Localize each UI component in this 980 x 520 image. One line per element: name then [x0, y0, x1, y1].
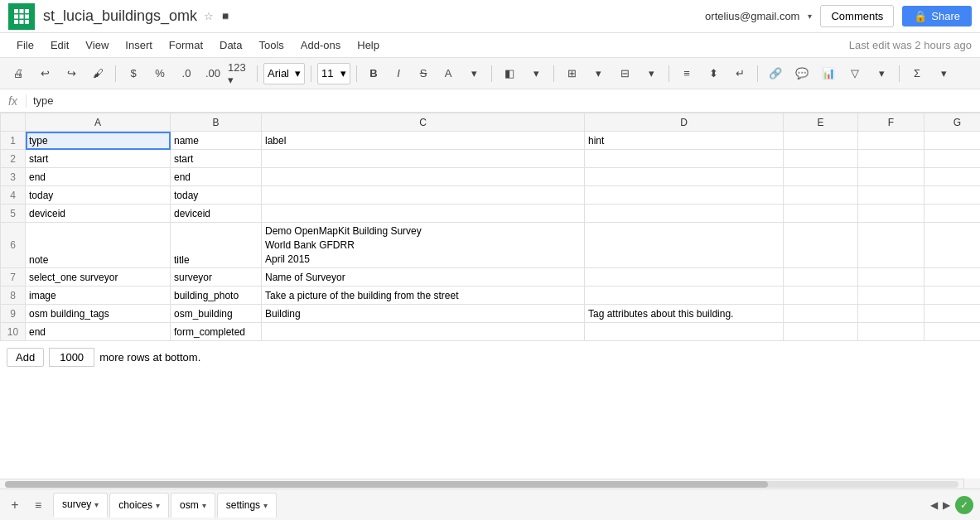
fill-color-btn[interactable]: ◧: [498, 62, 521, 85]
cell-6-f[interactable]: [858, 223, 924, 268]
undo-icon[interactable]: ↩: [33, 62, 56, 85]
share-button[interactable]: 🔒 Share: [902, 6, 972, 26]
cell-9-f[interactable]: [858, 305, 924, 323]
tab-dropdown-icon[interactable]: ▾: [202, 501, 206, 510]
scrollbar-track[interactable]: [5, 481, 958, 488]
cell-4-f[interactable]: [858, 186, 924, 205]
menu-file[interactable]: File: [8, 36, 42, 55]
cell-5-d[interactable]: [585, 205, 784, 223]
cell-8-a[interactable]: image: [26, 286, 171, 305]
col-header-f[interactable]: F: [858, 113, 924, 132]
cell-2-a[interactable]: start: [26, 150, 171, 168]
cell-9-g[interactable]: [924, 305, 981, 323]
star-icon[interactable]: ☆: [204, 10, 214, 22]
wrap-btn[interactable]: ↵: [728, 62, 751, 85]
redo-icon[interactable]: ↪: [60, 62, 83, 85]
cell-6-d[interactable]: [585, 223, 784, 268]
comment-btn[interactable]: 💬: [790, 62, 813, 85]
borders-btn[interactable]: ⊞: [560, 62, 583, 85]
cell-2-b[interactable]: start: [171, 150, 262, 168]
tab-dropdown-icon[interactable]: ▾: [263, 501, 268, 510]
folder-icon[interactable]: ◾: [219, 10, 232, 22]
cell-10-a[interactable]: end: [26, 323, 171, 341]
cell-3-g[interactable]: [924, 168, 981, 186]
formula-value[interactable]: type: [27, 94, 980, 107]
scrollbar-v-btn[interactable]: [963, 479, 980, 489]
cell-5-g[interactable]: [924, 205, 981, 223]
cell-2-d[interactable]: [585, 150, 784, 168]
fill-color-dropdown[interactable]: ▾: [524, 62, 548, 85]
font-selector[interactable]: Arial ▾: [263, 63, 305, 84]
cell-9-e[interactable]: [784, 305, 858, 323]
cell-2-e[interactable]: [784, 150, 858, 168]
scroll-right-icon[interactable]: ▶: [943, 499, 950, 511]
cell-3-d[interactable]: [585, 168, 784, 186]
tab-settings[interactable]: settings▾: [217, 493, 277, 518]
cell-4-g[interactable]: [924, 186, 981, 205]
cell-4-d[interactable]: [585, 186, 784, 205]
cell-5-a[interactable]: deviceid: [26, 205, 171, 223]
italic-btn[interactable]: I: [388, 63, 409, 84]
format123-btn[interactable]: 123 ▾: [228, 62, 251, 85]
cell-10-f[interactable]: [858, 323, 924, 341]
cell-2-c[interactable]: [262, 150, 585, 168]
cell-1-e[interactable]: [784, 132, 858, 150]
cell-6-e[interactable]: [784, 223, 858, 268]
menu-insert[interactable]: Insert: [117, 36, 161, 55]
merge-dropdown[interactable]: ▾: [640, 62, 663, 85]
filter-dropdown[interactable]: ▾: [870, 62, 893, 85]
cell-7-d[interactable]: [585, 268, 784, 286]
menu-addons[interactable]: Add-ons: [292, 36, 349, 55]
cell-10-g[interactable]: [924, 323, 981, 341]
strikethrough-btn[interactable]: S: [413, 63, 434, 84]
cell-1-c[interactable]: label: [262, 132, 585, 150]
cell-8-g[interactable]: [924, 286, 981, 305]
cell-9-c[interactable]: Building: [262, 305, 585, 323]
cell-10-e[interactable]: [784, 323, 858, 341]
cell-7-a[interactable]: select_one surveyor: [26, 268, 171, 286]
cell-7-b[interactable]: surveyor: [171, 268, 262, 286]
cell-10-b[interactable]: form_completed: [171, 323, 262, 341]
text-color-btn[interactable]: A: [437, 63, 459, 84]
cell-3-f[interactable]: [858, 168, 924, 186]
cell-7-c[interactable]: Name of Surveyor: [262, 268, 585, 286]
cell-5-c[interactable]: [262, 205, 585, 223]
cell-3-c[interactable]: [262, 168, 585, 186]
menu-edit[interactable]: Edit: [42, 36, 77, 55]
align-h-btn[interactable]: ≡: [675, 62, 698, 85]
percent-icon[interactable]: %: [148, 62, 171, 85]
sheet-menu-button[interactable]: ≡: [28, 495, 48, 515]
cell-10-d[interactable]: [585, 323, 784, 341]
cell-4-e[interactable]: [784, 186, 858, 205]
add-rows-button[interactable]: Add: [7, 348, 44, 367]
cell-7-g[interactable]: [924, 268, 981, 286]
paint-format-icon[interactable]: 🖌: [86, 62, 109, 85]
cell-3-e[interactable]: [784, 168, 858, 186]
cell-6-g[interactable]: [924, 223, 981, 268]
cell-6-a[interactable]: note: [26, 223, 171, 268]
align-v-btn[interactable]: ⬍: [702, 62, 725, 85]
menu-data[interactable]: Data: [211, 36, 250, 55]
cell-1-a[interactable]: type: [26, 132, 171, 150]
cell-9-a[interactable]: osm building_tags: [26, 305, 171, 323]
cell-8-c[interactable]: Take a picture of the building from the …: [262, 286, 585, 305]
tab-dropdown-icon[interactable]: ▾: [156, 501, 160, 510]
comments-button[interactable]: Comments: [820, 5, 894, 27]
rows-count-input[interactable]: [49, 348, 94, 367]
col-header-g[interactable]: G: [924, 113, 981, 132]
scrollbar-thumb[interactable]: [5, 481, 768, 488]
cell-2-f[interactable]: [858, 150, 924, 168]
chart-btn[interactable]: 📊: [817, 62, 840, 85]
cell-4-a[interactable]: today: [26, 186, 171, 205]
cell-8-e[interactable]: [784, 286, 858, 305]
function-dropdown[interactable]: ▾: [932, 62, 955, 85]
filter-btn[interactable]: ▽: [843, 62, 867, 85]
borders-dropdown[interactable]: ▾: [587, 62, 610, 85]
col-header-b[interactable]: B: [171, 113, 262, 132]
cell-5-f[interactable]: [858, 205, 924, 223]
cell-10-c[interactable]: [262, 323, 585, 341]
cell-9-d[interactable]: Tag attributes about this building.: [585, 305, 784, 323]
tab-osm[interactable]: osm▾: [171, 493, 215, 518]
add-sheet-button[interactable]: +: [5, 495, 25, 515]
cell-8-b[interactable]: building_photo: [171, 286, 262, 305]
